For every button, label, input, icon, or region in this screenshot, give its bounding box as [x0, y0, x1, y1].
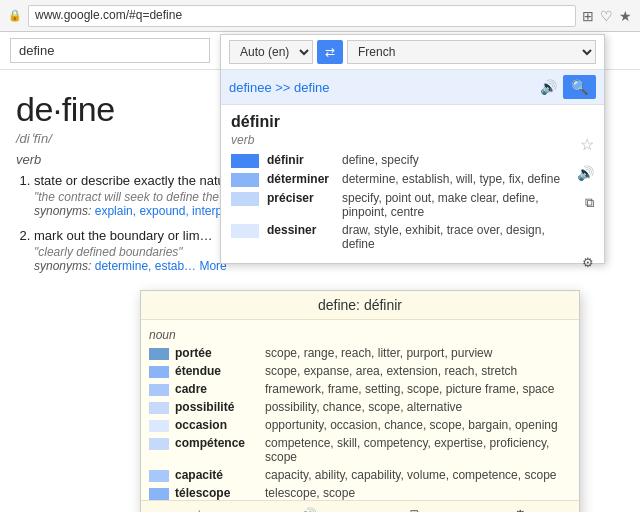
- star-icon[interactable]: ☆: [193, 507, 206, 513]
- popup-word: possibilité: [175, 400, 265, 414]
- translation-meanings: determine, establish, will, type, fix, d…: [342, 172, 568, 186]
- popup-bar: [149, 488, 169, 500]
- popup-translation-row: cadre framework, frame, setting, scope, …: [149, 382, 571, 396]
- popup-word: compétence: [175, 436, 265, 450]
- popup-meanings: scope, range, reach, litter, purport, pu…: [265, 346, 571, 360]
- translation-row: préciser specify, point out, make clear,…: [231, 191, 568, 219]
- heart-icon[interactable]: ♡: [600, 8, 613, 24]
- popup-translation-row: portée scope, range, reach, litter, purp…: [149, 346, 571, 360]
- grid-icon[interactable]: ⊞: [582, 8, 594, 24]
- translation-pos: verb: [231, 133, 568, 147]
- translated-word: dessiner: [267, 223, 342, 237]
- sound-icon-translate[interactable]: 🔊: [577, 165, 594, 181]
- popup-word: télescope: [175, 486, 265, 500]
- translation-meanings: draw, style, exhibit, trace over, design…: [342, 223, 568, 251]
- translate-search-input[interactable]: [229, 80, 540, 95]
- search-input[interactable]: [10, 38, 210, 63]
- popup-content: noun portée scope, range, reach, litter,…: [141, 320, 579, 500]
- popup-word: capacité: [175, 468, 265, 482]
- popup-meanings: telescope, scope: [265, 486, 571, 500]
- popup-translation-row: étendue scope, expanse, area, extension,…: [149, 364, 571, 378]
- translate-widget: Auto (en) ⇄ French 🔊 🔍 définir verb défi…: [220, 34, 605, 264]
- translate-search-button[interactable]: 🔍: [563, 75, 596, 99]
- popup-bar: [149, 470, 169, 482]
- popup-translation-row: capacité capacity, ability, capability, …: [149, 468, 571, 482]
- gear-icon[interactable]: ⚙: [514, 507, 527, 513]
- synonym-links[interactable]: determine, estab…: [95, 259, 196, 273]
- translated-word: définir: [267, 153, 342, 167]
- translate-header: Auto (en) ⇄ French: [221, 35, 604, 70]
- confidence-bar: [231, 154, 259, 168]
- source-lang-select[interactable]: Auto (en): [229, 40, 313, 64]
- popup-translation-row: compétence competence, skill, competency…: [149, 436, 571, 464]
- translation-meanings: define, specify: [342, 153, 568, 167]
- translation-meanings: specify, point out, make clear, define, …: [342, 191, 568, 219]
- lock-icon: 🔒: [8, 9, 22, 22]
- popup-bar: [149, 402, 169, 414]
- translate-result-area: définir verb définir define, specify dét…: [221, 105, 604, 263]
- translation-word: définir: [231, 113, 568, 131]
- translation-row: dessiner draw, style, exhibit, trace ove…: [231, 223, 568, 251]
- popup-translation-row: possibilité possibility, chance, scope, …: [149, 400, 571, 414]
- translation-row: définir define, specify: [231, 153, 568, 168]
- popup-meanings: competence, skill, competency, expertise…: [265, 436, 571, 464]
- big-translate-popup: define: définir noun portée scope, range…: [140, 290, 580, 512]
- popup-word: occasion: [175, 418, 265, 432]
- star-icon[interactable]: ★: [619, 8, 632, 24]
- translation-rows: définir define, specify déterminer deter…: [231, 153, 568, 251]
- translated-word: préciser: [267, 191, 342, 205]
- translate-search-row: 🔊 🔍: [221, 70, 604, 105]
- target-lang-select[interactable]: French: [347, 40, 596, 64]
- browser-chrome: 🔒 www.google.com/#q=define ⊞ ♡ ★: [0, 0, 640, 32]
- confidence-bar: [231, 224, 259, 238]
- url-bar[interactable]: www.google.com/#q=define: [28, 5, 576, 27]
- popup-bar: [149, 384, 169, 396]
- popup-bar: [149, 348, 169, 360]
- confidence-bar: [231, 192, 259, 206]
- popup-meanings: capacity, ability, capability, volume, c…: [265, 468, 571, 482]
- gear-icon-translate[interactable]: ⚙: [582, 255, 594, 270]
- popup-bar: [149, 366, 169, 378]
- translated-word: déterminer: [267, 172, 342, 186]
- swap-language-button[interactable]: ⇄: [317, 40, 343, 64]
- popup-title: define: définir: [141, 291, 579, 320]
- synonyms-label: synonyms:: [34, 204, 91, 218]
- translation-row: déterminer determine, establish, will, t…: [231, 172, 568, 187]
- sound-icon-small[interactable]: 🔊: [540, 79, 557, 95]
- popup-bar: [149, 420, 169, 432]
- popup-word: étendue: [175, 364, 265, 378]
- popup-translation-row: télescope telescope, scope: [149, 486, 571, 500]
- popup-meanings: framework, frame, setting, scope, pictur…: [265, 382, 571, 396]
- popup-translation-row: occasion opportunity, occasion, chance, …: [149, 418, 571, 432]
- popup-bar: [149, 438, 169, 450]
- external-link-icon[interactable]: ⧉: [410, 506, 420, 512]
- star-icon-translate[interactable]: ☆: [580, 135, 594, 154]
- popup-word: portée: [175, 346, 265, 360]
- confidence-bar: [231, 173, 259, 187]
- external-link-icon[interactable]: ⧉: [585, 195, 594, 211]
- popup-meanings: opportunity, occasion, chance, scope, ba…: [265, 418, 571, 432]
- synonyms-label: synonyms:: [34, 259, 91, 273]
- popup-meanings: scope, expanse, area, extension, reach, …: [265, 364, 571, 378]
- popup-noun-label: noun: [149, 328, 571, 342]
- popup-meanings: possibility, chance, scope, alternative: [265, 400, 571, 414]
- sound-icon[interactable]: 🔊: [300, 507, 317, 513]
- browser-icons: ⊞ ♡ ★: [582, 8, 632, 24]
- popup-word: cadre: [175, 382, 265, 396]
- popup-footer: ☆🔊⧉⚙: [141, 500, 579, 512]
